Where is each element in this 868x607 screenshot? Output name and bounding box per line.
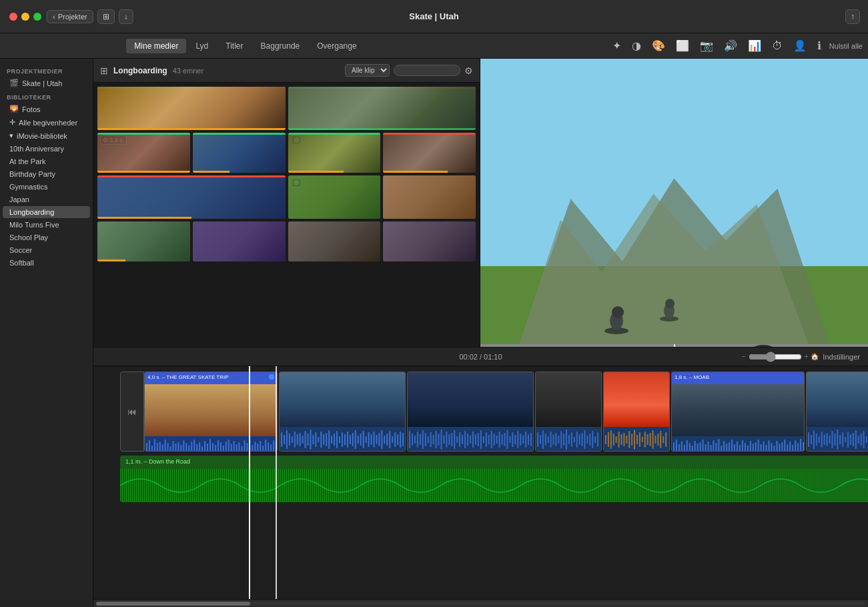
clip-thumb[interactable]	[383, 175, 476, 219]
svg-rect-280	[861, 434, 862, 446]
sidebar-item-japan[interactable]: Japan	[3, 193, 90, 205]
grid-view-button[interactable]: ⊞	[100, 65, 108, 76]
svg-rect-248	[773, 446, 775, 452]
filter-dropdown[interactable]: Alle klip	[345, 64, 390, 77]
video-clip[interactable]	[279, 372, 406, 452]
svg-rect-250	[779, 444, 780, 452]
svg-rect-21	[154, 439, 155, 452]
clip-thumb[interactable]: ⚙	[288, 175, 381, 219]
tab-baggrunde[interactable]: Baggrunde	[253, 39, 308, 53]
svg-rect-219	[697, 444, 699, 452]
sidebar-item-imovie[interactable]: ▾ iMovie-bibliotek	[3, 129, 90, 142]
svg-rect-29	[175, 444, 177, 452]
clip-thumb[interactable]	[97, 175, 286, 219]
clip-thumb[interactable]	[193, 133, 286, 173]
back-button[interactable]: ‹ Projekter	[47, 10, 93, 23]
maximize-button[interactable]	[33, 13, 41, 21]
video-clip[interactable]: 1,8 s. – MOAB	[671, 372, 805, 452]
sidebar-item-schoolplay[interactable]: School Play	[3, 231, 90, 243]
speedometer-icon[interactable]: ⏱	[769, 39, 785, 53]
sidebar-item-milo[interactable]: Milo Turns Five	[3, 219, 90, 231]
toolbar-tools: ✦ ◑ 🎨 ⬜ 📷 🔊 📊 ⏱ 👤 ℹ Nulstil alle	[610, 38, 863, 53]
clip-thumb[interactable]: ⚙	[288, 133, 381, 173]
magic-wand-icon[interactable]: ✦	[610, 38, 624, 53]
svg-rect-176	[574, 437, 575, 442]
clip-thumb[interactable]	[383, 133, 476, 173]
scrollbar-thumb[interactable]	[96, 602, 250, 606]
camera-icon[interactable]: 📷	[697, 38, 716, 53]
svg-rect-220	[700, 442, 701, 452]
clip-thumb[interactable]	[383, 221, 476, 261]
reset-all-button[interactable]: Nulstil alle	[829, 42, 863, 50]
svg-rect-148	[496, 436, 498, 444]
svg-rect-57	[249, 439, 250, 452]
clip-thumb[interactable]	[193, 221, 286, 261]
zoom-in-icon: +	[805, 353, 809, 360]
svg-rect-143	[483, 436, 484, 443]
close-button[interactable]	[9, 13, 17, 21]
view-toggle-button[interactable]: ⊞	[97, 9, 115, 24]
svg-rect-255	[792, 445, 793, 452]
svg-rect-233	[734, 444, 735, 452]
svg-rect-155	[514, 435, 516, 444]
svg-rect-75	[300, 433, 301, 446]
clip-thumb[interactable]	[288, 221, 381, 261]
equalizer-icon[interactable]: 📊	[745, 38, 764, 53]
video-clip[interactable]	[535, 372, 602, 452]
sidebar-item-alle[interactable]: ✛ Alle begivenheder	[3, 116, 90, 129]
sidebar-item-fotos[interactable]: 🌄 Fotos	[3, 103, 90, 115]
export-button[interactable]: ↑	[845, 9, 860, 24]
svg-rect-203	[650, 433, 651, 446]
svg-rect-246	[769, 440, 770, 452]
sidebar-item-longboarding[interactable]: Longboarding	[3, 206, 90, 218]
svg-rect-38	[199, 442, 200, 452]
tab-overgange[interactable]: Overgange	[309, 39, 364, 53]
volume-icon[interactable]: 🔊	[721, 38, 740, 53]
zoom-slider[interactable]	[749, 352, 802, 362]
svg-rect-41	[207, 444, 208, 452]
download-button[interactable]: ↓	[119, 9, 133, 24]
sidebar-item-soccer[interactable]: Soccer	[3, 244, 90, 256]
sidebar-item-gymnastics[interactable]: Gymnastics	[3, 181, 90, 193]
clip-thumb[interactable]	[97, 87, 286, 130]
svg-rect-36	[193, 440, 195, 452]
video-clip[interactable]	[407, 372, 534, 452]
clip-thumb[interactable]	[97, 221, 190, 261]
svg-rect-207	[660, 431, 661, 448]
info-icon[interactable]: ℹ	[815, 38, 824, 53]
crop-icon[interactable]: ⬜	[673, 38, 692, 53]
svg-rect-23	[159, 442, 161, 452]
svg-rect-52	[236, 444, 238, 452]
svg-rect-127	[440, 430, 442, 450]
tab-titler[interactable]: Titler	[218, 39, 251, 53]
photos-icon: 🌄	[9, 105, 19, 113]
sidebar-item-birthday[interactable]: Birthday Party	[3, 168, 90, 180]
clip-thumb[interactable]: ⚙3,9 s.	[97, 133, 190, 173]
overlay-icon[interactable]: 👤	[791, 38, 809, 53]
svg-rect-266	[824, 434, 825, 445]
scrollbar-track[interactable]	[96, 602, 865, 606]
browser-settings-icon[interactable]: ⚙	[464, 65, 473, 76]
svg-rect-58	[252, 445, 253, 452]
tab-lyd[interactable]: Lyd	[187, 39, 216, 53]
sidebar-item-10th[interactable]: 10th Anniversary	[3, 143, 90, 155]
video-clip[interactable]: 4,0 s. – THE GREAT SKATE TRIP	[144, 372, 278, 452]
color-wheel-icon[interactable]: 🎨	[649, 38, 668, 53]
video-clip[interactable]	[806, 372, 868, 452]
svg-rect-201	[644, 432, 646, 448]
search-input[interactable]	[394, 65, 460, 76]
video-clip[interactable]	[603, 372, 670, 452]
svg-rect-151	[504, 433, 505, 446]
sidebar-item-project[interactable]: 🎬 Skate | Utah	[3, 77, 90, 89]
svg-rect-119	[420, 434, 421, 445]
sidebar-item-atpark[interactable]: At the Park	[3, 155, 90, 167]
sidebar-item-softball[interactable]: Softball	[3, 257, 90, 269]
clip-thumb[interactable]	[288, 87, 476, 130]
minimize-button[interactable]	[21, 13, 29, 21]
color-balance-icon[interactable]: ◑	[629, 38, 644, 53]
svg-rect-157	[520, 434, 521, 446]
svg-rect-174	[568, 435, 570, 444]
svg-rect-39	[201, 446, 203, 452]
tab-mine-medier[interactable]: Mine medier	[126, 39, 186, 53]
video-track: ⏮ 4,0 s. – THE GREAT SKATE TRIP	[120, 372, 868, 452]
